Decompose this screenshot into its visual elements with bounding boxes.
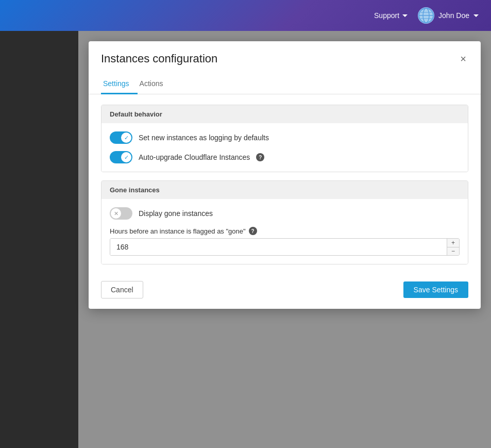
autoupgrade-toggle-label: Auto-upgrade Cloudflare Instances [139, 153, 250, 161]
logging-toggle[interactable]: ✓ [110, 131, 132, 144]
sidebar [0, 31, 78, 448]
modal-header: Instances configuration × [89, 41, 481, 66]
hours-increment-button[interactable]: + [447, 239, 459, 247]
modal-tabs: Settings Actions [89, 74, 481, 94]
top-nav: Support John Doe [0, 0, 491, 31]
display-gone-toggle[interactable]: ✕ [110, 207, 132, 220]
cancel-button[interactable]: Cancel [101, 281, 143, 298]
modal-overlay: Instances configuration × Settings Actio… [78, 31, 491, 448]
hours-label: Hours before an instance is flagged as "… [110, 227, 460, 235]
display-gone-toggle-label: Display gone instances [139, 209, 213, 218]
support-menu[interactable]: Support [374, 11, 408, 20]
display-gone-toggle-thumb: ✕ [111, 208, 121, 219]
autoupgrade-toggle-row: ✓ Auto-upgrade Cloudflare Instances ? [110, 151, 460, 163]
hours-input-group: Hours before an instance is flagged as "… [110, 227, 460, 256]
user-chevron-icon [473, 14, 479, 17]
display-gone-toggle-row: ✕ Display gone instances [110, 207, 460, 220]
user-name-label: John Doe [438, 11, 469, 20]
gone-instances-section: Gone instances ✕ Display gone instances … [101, 180, 468, 264]
tab-settings[interactable]: Settings [101, 74, 138, 94]
user-avatar [418, 7, 434, 24]
hours-number-input[interactable] [110, 239, 447, 255]
tab-actions[interactable]: Actions [138, 74, 172, 94]
modal-close-button[interactable]: × [458, 52, 468, 66]
hours-number-input-wrapper: + − [110, 238, 460, 256]
autoupgrade-toggle-thumb: ✓ [121, 152, 131, 162]
hours-decrement-button[interactable]: − [447, 247, 459, 256]
user-menu[interactable]: John Doe [418, 7, 479, 24]
default-behavior-section: Default behavior ✓ Set new instances as … [101, 105, 468, 172]
instances-config-modal: Instances configuration × Settings Actio… [89, 41, 481, 309]
logging-toggle-label: Set new instances as logging by defaults [139, 134, 269, 142]
gone-instances-body: ✕ Display gone instances Hours before an… [101, 199, 468, 264]
modal-title: Instances configuration [101, 52, 217, 65]
support-label: Support [374, 11, 399, 20]
support-chevron-icon [402, 14, 408, 17]
modal-footer: Cancel Save Settings [89, 275, 481, 309]
autoupgrade-help-icon[interactable]: ? [256, 153, 264, 161]
autoupgrade-toggle[interactable]: ✓ [110, 151, 132, 163]
default-behavior-body: ✓ Set new instances as logging by defaul… [101, 123, 468, 172]
hours-number-controls: + − [447, 239, 459, 255]
modal-body: Default behavior ✓ Set new instances as … [89, 94, 481, 275]
logging-toggle-thumb: ✓ [121, 132, 131, 143]
hours-help-icon[interactable]: ? [249, 227, 257, 235]
gone-instances-header: Gone instances [101, 181, 468, 199]
logging-toggle-row: ✓ Set new instances as logging by defaul… [110, 131, 460, 144]
save-settings-button[interactable]: Save Settings [403, 281, 468, 298]
default-behavior-header: Default behavior [101, 105, 468, 123]
